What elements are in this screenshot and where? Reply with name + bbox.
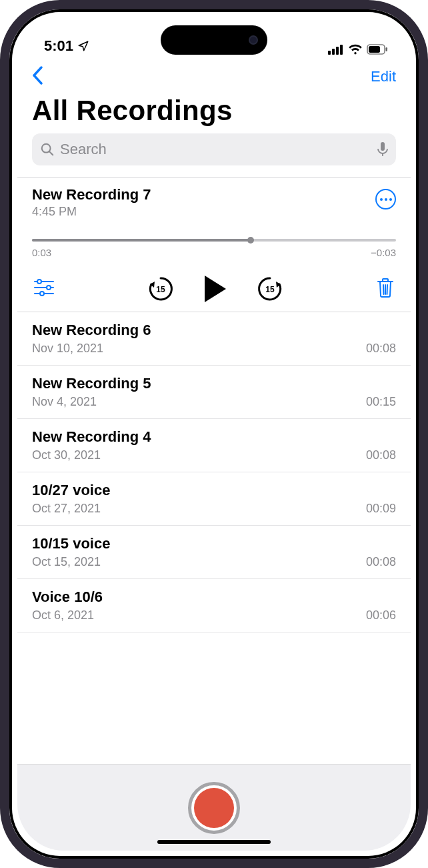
recording-title: 10/27 voice xyxy=(32,482,396,499)
recording-subtitle: 4:45 PM xyxy=(32,205,151,219)
recording-date: Oct 6, 2021 xyxy=(32,608,94,622)
recording-date: Nov 4, 2021 xyxy=(32,395,97,409)
recording-title: New Recording 6 xyxy=(32,322,396,339)
record-icon xyxy=(194,788,234,828)
skip-forward-label: 15 xyxy=(265,285,274,294)
recording-title: New Recording 7 xyxy=(32,186,151,203)
search-field[interactable]: Search xyxy=(32,133,396,165)
recording-title: Voice 10/6 xyxy=(32,588,396,606)
recording-row[interactable]: New Recording 5Nov 4, 202100:15 xyxy=(17,366,411,419)
svg-rect-3 xyxy=(340,45,343,55)
svg-rect-9 xyxy=(381,142,385,151)
mute-switch xyxy=(0,153,1,185)
svg-point-12 xyxy=(37,280,41,284)
battery-icon xyxy=(367,44,388,55)
svg-rect-2 xyxy=(336,47,339,55)
search-placeholder: Search xyxy=(60,141,372,158)
expanded-recording: New Recording 7 4:45 PM 0:03 −0:03 xyxy=(17,178,411,312)
search-icon xyxy=(40,142,55,157)
svg-line-8 xyxy=(49,151,53,155)
recordings-list: New Recording 6Nov 10, 202100:08New Reco… xyxy=(17,312,411,632)
edit-button[interactable]: Edit xyxy=(371,68,396,85)
page-title: All Recordings xyxy=(17,95,411,127)
recording-row[interactable]: 10/15 voiceOct 15, 202100:08 xyxy=(17,526,411,579)
volume-up-button xyxy=(0,213,1,270)
recording-date: Oct 30, 2021 xyxy=(32,448,101,462)
svg-rect-1 xyxy=(332,49,335,55)
skip-back-15-button[interactable]: 15 xyxy=(147,276,174,302)
wifi-icon xyxy=(348,44,363,55)
recording-row[interactable]: New Recording 6Nov 10, 202100:08 xyxy=(17,312,411,366)
play-button[interactable] xyxy=(205,276,226,302)
recording-title: New Recording 4 xyxy=(32,428,396,446)
status-time: 5:01 xyxy=(44,37,73,55)
cellular-signal-icon xyxy=(328,44,344,55)
recording-duration: 00:08 xyxy=(366,448,396,462)
recording-row[interactable]: Voice 10/6Oct 6, 202100:06 xyxy=(17,579,411,632)
recording-duration: 00:09 xyxy=(366,502,396,516)
record-button[interactable] xyxy=(188,782,240,834)
recording-duration: 00:08 xyxy=(366,555,396,569)
home-indicator[interactable] xyxy=(157,840,271,844)
skip-back-label: 15 xyxy=(156,285,165,294)
recording-duration: 00:15 xyxy=(366,395,396,409)
dictation-icon[interactable] xyxy=(377,142,388,157)
record-toolbar xyxy=(17,764,411,851)
svg-line-17 xyxy=(383,285,384,294)
recording-duration: 00:06 xyxy=(366,608,396,622)
recording-date: Oct 15, 2021 xyxy=(32,555,101,569)
playback-options-button[interactable] xyxy=(33,278,55,300)
volume-down-button xyxy=(0,286,1,342)
svg-point-14 xyxy=(47,286,51,290)
recording-date: Oct 27, 2021 xyxy=(32,502,101,516)
more-options-button[interactable] xyxy=(375,189,396,209)
remaining-time: −0:03 xyxy=(371,247,396,258)
recording-row[interactable]: New Recording 4Oct 30, 202100:08 xyxy=(17,419,411,472)
more-icon xyxy=(380,198,392,201)
svg-rect-0 xyxy=(328,51,331,55)
recording-row[interactable]: 10/27 voiceOct 27, 202100:09 xyxy=(17,472,411,526)
delete-button[interactable] xyxy=(376,277,395,301)
svg-line-19 xyxy=(387,285,388,294)
svg-point-16 xyxy=(40,292,44,296)
svg-rect-6 xyxy=(386,47,388,51)
elapsed-time: 0:03 xyxy=(32,247,51,258)
svg-rect-5 xyxy=(369,46,380,53)
recording-duration: 00:08 xyxy=(366,342,396,356)
playback-scrubber[interactable]: 0:03 −0:03 xyxy=(32,239,396,258)
location-icon xyxy=(77,40,89,52)
recording-date: Nov 10, 2021 xyxy=(32,342,103,356)
recording-title: New Recording 5 xyxy=(32,375,396,392)
skip-forward-15-button[interactable]: 15 xyxy=(257,276,283,302)
dynamic-island xyxy=(161,25,267,55)
recording-title: 10/15 voice xyxy=(32,535,396,552)
back-button[interactable] xyxy=(32,66,44,87)
